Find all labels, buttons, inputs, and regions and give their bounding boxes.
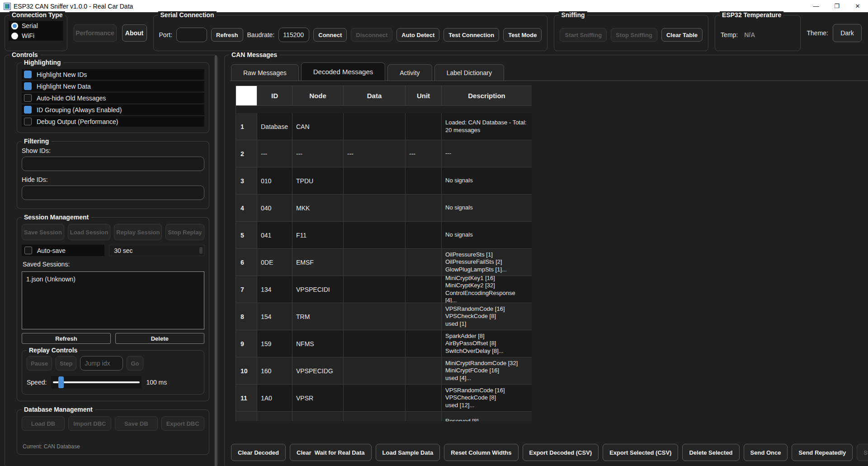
cell-unit[interactable]	[406, 385, 442, 412]
database-button[interactable]: Save DB	[115, 416, 158, 431]
cell-description[interactable]: MiniCryptKey1 [16] MiniCryptKey2 [32] Co…	[442, 276, 532, 303]
stop-sniffing-button[interactable]: Stop Sniffing	[611, 28, 657, 42]
cell-node[interactable]: F11	[292, 222, 344, 249]
cell-unit[interactable]	[406, 113, 442, 140]
step-button[interactable]: Step	[56, 356, 76, 371]
radio-option-serial[interactable]: Serial	[9, 21, 63, 31]
tab-raw-messages[interactable]: Raw Messages	[231, 64, 299, 81]
row-number-cell[interactable]: 1	[236, 113, 257, 140]
cell-id[interactable]: 040	[257, 195, 292, 222]
cell-description[interactable]: No signals	[442, 222, 532, 249]
test-connection-button[interactable]: Test Connection	[443, 28, 499, 42]
cell-node[interactable]: EMSF	[292, 249, 344, 276]
auto-detect-button[interactable]: Auto Detect	[396, 28, 439, 42]
cell-description[interactable]: Reserved [8] OilPressureSts [1]...	[442, 412, 532, 421]
cell-unit[interactable]	[406, 167, 442, 195]
cell-description[interactable]: ---	[442, 140, 532, 167]
row-number-cell[interactable]: 8	[236, 303, 257, 330]
performance-button[interactable]: Performance	[74, 24, 117, 42]
cell-node[interactable]: MKK	[292, 195, 344, 222]
action-reset-column-widths[interactable]: Reset Column Widths	[444, 444, 518, 461]
cell-node[interactable]: D_S	[292, 412, 344, 421]
cell-unit[interactable]	[406, 357, 442, 385]
show-ids-input[interactable]	[22, 157, 204, 171]
cell-id[interactable]: 160	[257, 357, 292, 385]
highlight-option[interactable]: ID Grouping (Always Enabled)	[22, 105, 204, 115]
cell-unit[interactable]	[406, 249, 442, 276]
highlight-option[interactable]: Highlight New Data	[22, 81, 204, 91]
port-input[interactable]	[176, 28, 207, 42]
highlight-option[interactable]: Debug Output (Performance)	[22, 116, 204, 127]
highlight-option[interactable]: Highlight New IDs	[22, 69, 204, 80]
disconnect-button[interactable]: Disconnect	[351, 28, 392, 42]
sidebar-scrollbar[interactable]	[214, 55, 217, 466]
cell-id[interactable]: 041	[257, 222, 292, 249]
database-button[interactable]: Export DBC	[161, 416, 204, 431]
row-number-cell[interactable]: 9	[236, 330, 257, 357]
cell-id[interactable]: 1A0	[257, 385, 292, 412]
cell-id[interactable]: 281	[257, 412, 292, 421]
go-button[interactable]: Go	[127, 356, 143, 371]
session-list-item[interactable]: 1.json (Unknown)	[26, 275, 200, 284]
cell-description[interactable]: MiniCryptRandomCode [32] MiniCryptFCode …	[442, 357, 532, 385]
cell-unit[interactable]	[406, 195, 442, 222]
database-button[interactable]: Import DBC	[68, 416, 111, 431]
cell-data[interactable]	[344, 330, 406, 357]
cell-description[interactable]: No signals	[442, 167, 532, 195]
cell-node[interactable]: VPSPECIDG	[292, 357, 344, 385]
test-mode-button[interactable]: Test Mode	[503, 28, 542, 42]
highlight-option[interactable]: Auto-hide Old Messages	[22, 93, 204, 103]
cell-description[interactable]: VPSRandomCode [16] VPSCheckCode [8] used…	[442, 303, 532, 330]
connect-button[interactable]: Connect	[313, 28, 347, 42]
speed-slider[interactable]	[51, 376, 142, 389]
theme-toggle-button[interactable]: Dark	[833, 24, 862, 42]
cell-id[interactable]: Database	[257, 113, 292, 140]
cell-id[interactable]: 0DE	[257, 249, 292, 276]
row-number-cell[interactable]: 10	[236, 357, 257, 385]
action-clear-wait-for-real-data[interactable]: Clear Wait for Real Data	[290, 444, 372, 461]
cell-unit[interactable]	[406, 330, 442, 357]
cell-data[interactable]	[344, 303, 406, 330]
cell-id[interactable]: 159	[257, 330, 292, 357]
column-header[interactable]: Node	[292, 86, 344, 106]
cell-unit[interactable]	[406, 276, 442, 303]
cell-description[interactable]: VPSRandomCode [16] VPSCheckCode [8] used…	[442, 385, 532, 412]
cell-unit[interactable]	[406, 303, 442, 330]
row-number-cell[interactable]: 12	[236, 412, 257, 421]
action-export-decoded-csv[interactable]: Export Decoded (CSV)	[523, 444, 599, 461]
column-header[interactable]: ID	[257, 86, 292, 106]
cell-node[interactable]: CAN	[292, 113, 344, 140]
cell-data[interactable]	[344, 195, 406, 222]
action-send-repeatedly[interactable]: Send Repeatedly	[792, 444, 853, 461]
action-stop-repeat[interactable]: Stop Repeat	[857, 444, 868, 461]
clear-table-button[interactable]: Clear Table	[661, 28, 703, 42]
cell-id[interactable]: 154	[257, 303, 292, 330]
database-button[interactable]: Load DB	[22, 416, 65, 431]
cell-data[interactable]	[344, 113, 406, 140]
row-number-cell[interactable]: 6	[236, 249, 257, 276]
start-sniffing-button[interactable]: Start Sniffing	[560, 28, 607, 42]
hide-ids-input[interactable]	[22, 185, 204, 200]
refresh-ports-button[interactable]: Refresh	[211, 28, 243, 42]
jump-index-input[interactable]	[80, 356, 123, 371]
cell-node[interactable]: VPSR	[292, 385, 344, 412]
maximize-button[interactable]: ❐	[826, 0, 847, 12]
tab-decoded-messages[interactable]: Decoded Messages	[301, 62, 386, 81]
row-number-cell[interactable]: 11	[236, 385, 257, 412]
cell-description[interactable]: SparkAdder [8] AirByPassOffset [8] Switc…	[442, 330, 532, 357]
about-button[interactable]: About	[122, 24, 147, 42]
cell-data[interactable]	[344, 276, 406, 303]
autosave-checkbox[interactable]: Auto-save	[22, 245, 104, 256]
close-button[interactable]: ✕	[847, 0, 868, 12]
cell-unit[interactable]: ---	[406, 140, 442, 167]
cell-id[interactable]: 010	[257, 167, 292, 195]
cell-id[interactable]: 134	[257, 276, 292, 303]
refresh-sessions-button[interactable]: Refresh	[22, 333, 111, 344]
row-number-cell[interactable]: 4	[236, 195, 257, 222]
session-button[interactable]: Load Session	[68, 224, 111, 240]
tab-label-dictionary[interactable]: Label Dictionary	[434, 64, 504, 81]
table-corner-cell[interactable]	[236, 86, 257, 106]
delete-session-button[interactable]: Delete	[115, 333, 204, 344]
autosave-interval-combo[interactable]: 30 sec	[109, 245, 204, 256]
action-delete-selected[interactable]: Delete Selected	[682, 444, 739, 461]
